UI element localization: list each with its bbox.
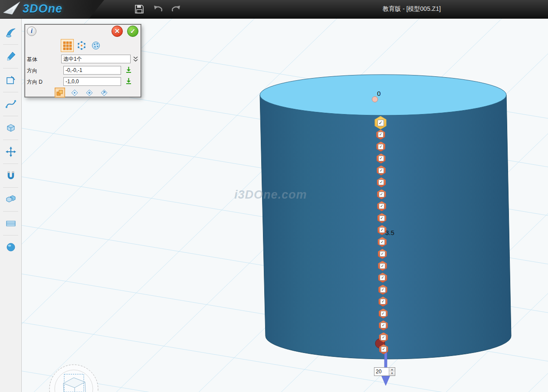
divider: [3, 211, 18, 212]
instance-checkbox: ✓: [381, 335, 386, 340]
sidebar-tool-assembly[interactable]: [0, 189, 21, 209]
instance-checkbox: ✓: [378, 132, 384, 137]
divider: [3, 68, 18, 69]
sidebar-tool-brush[interactable]: [0, 46, 21, 66]
move-icon: [5, 146, 16, 157]
pick-direction2-icon[interactable]: [125, 78, 132, 85]
diamond-option-button-1[interactable]: [69, 88, 80, 98]
divider: [3, 235, 18, 235]
redo-icon: [171, 4, 182, 14]
sidebar-tool-spline[interactable]: [0, 94, 21, 114]
direction-label: 方向: [27, 67, 37, 75]
redo-button[interactable]: [170, 3, 183, 16]
brush-icon: [5, 51, 16, 62]
start-distance-label: 0: [377, 90, 381, 97]
circular-pattern-icon: [77, 41, 86, 50]
direction2-field-row: 方向 D: [25, 76, 141, 87]
assembly-icon: [5, 194, 16, 205]
instance-checkbox: ✓: [380, 299, 386, 304]
geometry-pattern-button[interactable]: [55, 88, 65, 98]
sidebar-tool-material[interactable]: [0, 237, 21, 257]
instance-checkbox: ✓: [379, 216, 385, 221]
sketch-icon: [5, 75, 16, 86]
dialog-footer-icons: [55, 88, 109, 98]
divider: [3, 116, 18, 116]
start-point-marker[interactable]: [372, 97, 378, 102]
pattern-count-field: ▲ ▼: [374, 367, 395, 376]
divider: [3, 140, 18, 140]
instance-checkbox: ✓: [379, 203, 384, 209]
instance-checkbox: ✓: [381, 311, 386, 317]
undo-icon: [152, 4, 164, 14]
instance-checkbox: ✓: [380, 287, 386, 293]
linear-pattern-button[interactable]: [61, 39, 74, 52]
sidebar-tool-snap[interactable]: [0, 166, 21, 186]
instance-checkbox: ✓: [379, 227, 385, 233]
sidebar-tool-surface[interactable]: [0, 23, 21, 42]
diamond-option-button-2[interactable]: [84, 88, 95, 98]
section-icon: [5, 218, 16, 229]
info-icon[interactable]: [27, 26, 36, 36]
instance-checkbox: ✓: [379, 239, 385, 245]
save-button[interactable]: [133, 3, 146, 16]
circular-pattern-button[interactable]: [75, 39, 88, 52]
linear-pattern-icon: [62, 41, 72, 50]
confirm-button[interactable]: [127, 26, 138, 37]
instance-checkbox: ✓: [380, 275, 385, 281]
material-sphere-icon: [5, 242, 16, 253]
direction2-input[interactable]: [63, 77, 121, 86]
logo-text: 3DOne: [23, 2, 62, 16]
diamond-option-icon-1: [71, 89, 79, 97]
sidebar-tool-move[interactable]: [0, 142, 21, 162]
view-navigation-ball[interactable]: [49, 365, 98, 392]
instance-checkbox: ✓: [381, 346, 387, 352]
instance-checkbox: ✓: [378, 168, 384, 173]
instance-checkbox: ✓: [380, 251, 385, 257]
surface-icon: [5, 27, 16, 38]
diamond-option-icon-3: [100, 89, 108, 97]
instance-checkbox: ✓: [378, 156, 384, 161]
geometry-pattern-icon: [56, 89, 64, 97]
sidebar-tool-section[interactable]: [0, 213, 21, 233]
count-spinner: ▲ ▼: [389, 368, 395, 376]
point-pattern-icon: [91, 41, 101, 50]
paper-plane-icon: [3, 1, 21, 16]
chevron-double-down-icon[interactable]: [133, 56, 138, 62]
undo-button[interactable]: [151, 3, 164, 16]
cube-icon: [5, 122, 16, 134]
instance-checkbox: ✓: [380, 263, 385, 269]
document-title: 教育版 - [模型005.Z1]: [383, 0, 441, 18]
instance-checkbox: ✓: [378, 144, 384, 150]
divider: [3, 187, 18, 188]
magnet-icon: [5, 170, 16, 181]
diamond-option-icon-2: [85, 89, 93, 97]
base-label: 基体: [27, 56, 37, 63]
divider: [3, 163, 18, 164]
base-input[interactable]: [61, 55, 131, 63]
direction2-label: 方向 D: [27, 78, 43, 86]
instance-checkbox: ✓: [379, 192, 384, 197]
divider: [3, 92, 18, 92]
spacing-label: 3.5: [385, 229, 394, 236]
pattern-dialog: 基体 方向 方向 D: [25, 24, 141, 97]
base-field-row: 基体: [25, 53, 141, 65]
spline-icon: [5, 98, 16, 110]
spinner-down-button[interactable]: ▼: [389, 372, 395, 376]
save-icon: [134, 4, 144, 14]
cancel-button[interactable]: [112, 26, 123, 37]
app-logo: 3DOne: [3, 1, 62, 16]
pick-direction-icon[interactable]: [125, 66, 132, 73]
spinner-up-button[interactable]: ▲: [389, 368, 395, 372]
instance-checkbox: ✓: [378, 180, 384, 185]
direction-input[interactable]: [63, 66, 121, 75]
tool-sidebar: [0, 18, 22, 392]
sidebar-tool-primitives[interactable]: [0, 118, 21, 138]
instance-checkbox: ✓: [377, 120, 384, 126]
diamond-option-button-3[interactable]: [99, 88, 109, 98]
application-window: 3DOne 教育版 - [模型005.Z1]: [0, 0, 548, 392]
sidebar-tool-sketch[interactable]: [0, 70, 21, 90]
cylinder-top-face[interactable]: [260, 75, 506, 115]
direction-field-row: 方向: [25, 65, 141, 76]
point-pattern-button[interactable]: [89, 39, 102, 52]
pattern-count-input[interactable]: [374, 368, 389, 376]
